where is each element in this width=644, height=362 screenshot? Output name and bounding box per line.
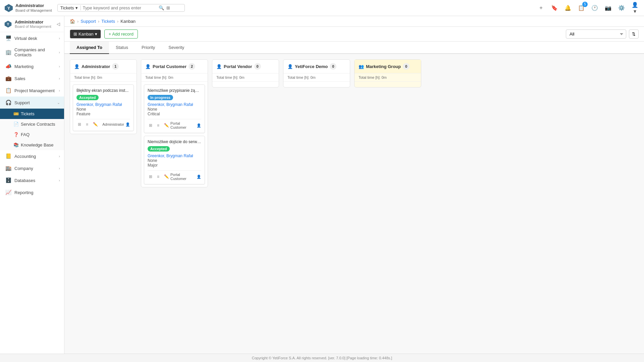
breadcrumb-support[interactable]: Support (80, 19, 96, 24)
company-icon: 🏬 (5, 165, 12, 171)
sidebar-item-company[interactable]: 🏬 Company › (0, 162, 64, 174)
sales-icon: 💼 (5, 75, 12, 81)
kanban-cards-portal-customer: Niemożliwe przypisanie żąda... In progre… (141, 82, 208, 187)
sidebar-item-databases[interactable]: 🗄️ Databases › (0, 174, 64, 186)
user-info: Administrator Board of Management (15, 3, 52, 13)
toolbar: ⊞ Kanban ▾ + Add record All ⇅ (64, 27, 644, 42)
col-header-marketing-group: 👥 Marketing Group 0 (355, 60, 421, 73)
notifications-button[interactable]: 🔔 (563, 3, 573, 13)
video-button[interactable]: 📷 (603, 3, 613, 13)
module-selector[interactable]: Tickets ▾ (60, 5, 81, 10)
card-meta-type-pc-2: Major (148, 163, 201, 168)
sidebar-item-companies-contacts[interactable]: 🏢 Companies and Contacts › (0, 44, 64, 60)
tab-status[interactable]: Status (109, 42, 135, 54)
bookmarks-button[interactable]: 🔖 (549, 3, 559, 13)
sidebar-logo-icon: Y (4, 20, 12, 28)
breadcrumb-sep3: › (117, 19, 118, 24)
card-link-1[interactable]: Greenkor, Brygman Rafał (76, 102, 130, 107)
user-menu-button[interactable]: 👤 ▾ (630, 3, 640, 13)
sidebar-collapse-button[interactable]: ◁ (57, 21, 60, 26)
user-name: Administrator (15, 3, 52, 8)
search-button[interactable]: 🔍 (159, 5, 164, 10)
kanban-col-portal-vendor: 👤 Portal Vendor 0 Total time [h]: 0m (212, 59, 279, 87)
card-link-pc-2[interactable]: Greenkor, Brygman Rafał (148, 154, 201, 158)
breadcrumb-tickets[interactable]: Tickets (101, 19, 115, 24)
card-actions-1: ⊞ ≡ ✏️ (76, 121, 99, 127)
virtual-desk-chevron-icon: › (59, 36, 60, 40)
toolbar-right: All ⇅ (566, 29, 639, 39)
add-button[interactable]: ＋ (536, 3, 546, 13)
add-record-button[interactable]: + Add record (104, 29, 138, 39)
sidebar-item-sales[interactable]: 💼 Sales › (0, 72, 64, 84)
card-title-pc-1: Niemożliwe przypisanie żąda... (148, 88, 201, 93)
top-bar-left: Y Administrator Board of Management (4, 3, 52, 13)
sidebar-item-support[interactable]: 🎧 Support ⌄ (0, 97, 64, 109)
sidebar-item-virtual-desk[interactable]: 🖥️ Virtual desk › (0, 32, 64, 44)
faq-label: FAQ (21, 132, 30, 137)
search-input[interactable] (83, 5, 157, 10)
sidebar-item-reporting[interactable]: 📈 Reporting (0, 186, 64, 198)
tab-assigned-to[interactable]: Assigned To (70, 42, 109, 54)
col-total-portal-vendor: Total time [h]: 0m (212, 73, 279, 82)
kanban-view-button[interactable]: ⊞ Kanban ▾ (70, 29, 101, 39)
grid-view-button[interactable]: ⊞ (166, 5, 170, 10)
card-assignee-1: Administrator 👤 (102, 122, 130, 127)
filter-select[interactable]: All (566, 29, 626, 39)
card-list-button-pc-2[interactable]: ≡ (156, 174, 161, 180)
tickets-label: Tickets (21, 111, 35, 116)
accounting-chevron-icon: › (59, 154, 60, 158)
support-submenu: 🎫 Tickets 📄 Service Contracts ❓ FAQ 📚 Kn… (0, 109, 64, 150)
home-icon[interactable]: 🏠 (70, 19, 75, 24)
sidebar-item-project-management[interactable]: 📋 Project Management › (0, 84, 64, 97)
card-view-button-1[interactable]: ⊞ (76, 121, 83, 127)
support-chevron-icon: ⌄ (57, 101, 60, 105)
settings-button[interactable]: ⚙️ (616, 3, 627, 13)
card-list-button-1[interactable]: ≡ (85, 121, 90, 127)
svg-text:Y: Y (7, 6, 10, 11)
accounting-label: Accounting (14, 154, 56, 159)
sidebar-item-knowledge-base[interactable]: 📚 Knowledge Base (0, 140, 64, 150)
col-user-icon-pc: 👤 (145, 64, 151, 69)
card-badge-1: Accepted (76, 95, 99, 100)
svg-text:Y: Y (7, 22, 9, 26)
main-content: 🏠 › Support › Tickets › Kanban ⊞ Kanban … (64, 16, 644, 354)
sidebar: Y Administrator Board of Management ◁ 🖥️… (0, 16, 64, 354)
sidebar-item-accounting[interactable]: 📒 Accounting › (0, 150, 64, 162)
tab-priority[interactable]: Priority (135, 42, 162, 54)
col-header-administrator: 👤 Administrator 1 (70, 60, 137, 73)
tab-bar: Assigned To Status Priority Severity (64, 42, 644, 54)
sidebar-item-tickets[interactable]: 🎫 Tickets (0, 109, 64, 119)
card-assignee-pc-2: Portal Customer 👤 (170, 173, 201, 181)
card-view-button-pc-1[interactable]: ⊞ (148, 122, 154, 128)
kanban-col-marketing-group: 👥 Marketing Group 0 Total time [h]: 0m (354, 59, 421, 87)
companies-label: Companies and Contacts (14, 47, 56, 57)
card-list-button-pc-1[interactable]: ≡ (156, 122, 161, 128)
card-title-pc-2: Niemożliwe dojście do serwera (148, 139, 201, 144)
marketing-chevron-icon: › (59, 64, 60, 68)
tab-severity[interactable]: Severity (162, 42, 191, 54)
databases-chevron-icon: › (59, 178, 60, 182)
project-icon: 📋 (5, 87, 12, 94)
user-role: Board of Management (15, 8, 52, 13)
accounting-icon: 📒 (5, 153, 12, 159)
history-button[interactable]: 🕐 (590, 3, 600, 13)
card-link-pc-1[interactable]: Greenkor, Brygman Rafał (148, 102, 201, 107)
sidebar-item-marketing[interactable]: 📣 Marketing › (0, 60, 64, 72)
card-edit-button-pc-2[interactable]: ✏️ (163, 174, 170, 180)
filter-adjust-button[interactable]: ⇅ (629, 29, 639, 39)
companies-icon: 🏢 (5, 49, 12, 55)
assignee-label-pc-2: Portal Customer (170, 173, 195, 181)
sidebar-item-service-contracts[interactable]: 📄 Service Contracts (0, 119, 64, 129)
card-title-1: Błękitny ekran podczas inst... (76, 88, 130, 93)
faq-icon: ❓ (13, 132, 19, 137)
col-title-marketing-group: Marketing Group (366, 64, 401, 69)
card-view-button-pc-2[interactable]: ⊞ (148, 174, 154, 180)
virtual-desk-label: Virtual desk (14, 36, 56, 41)
card-edit-button-pc-1[interactable]: ✏️ (163, 122, 170, 128)
knowledge-base-label: Knowledge Base (21, 142, 54, 147)
card-meta-priority-1: None (76, 107, 130, 112)
card-edit-button-1[interactable]: ✏️ (92, 121, 99, 127)
footer: Copyright © YetiForce S.A. All rights re… (0, 354, 644, 362)
sidebar-item-faq[interactable]: ❓ FAQ (0, 129, 64, 140)
search-area: Tickets ▾ 🔍 ⊞ (57, 4, 185, 12)
